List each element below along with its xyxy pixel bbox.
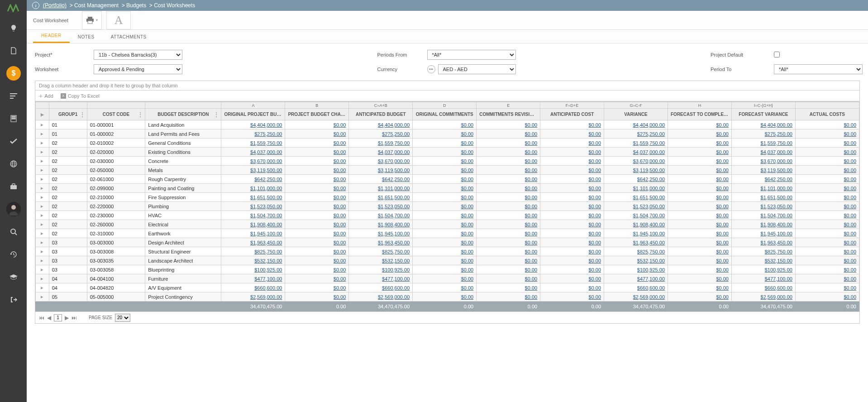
value-cell[interactable]: $0.00 bbox=[285, 157, 349, 166]
expand-icon[interactable]: ▸ bbox=[36, 247, 49, 256]
value-cell[interactable]: $0.00 bbox=[540, 157, 604, 166]
value-cell[interactable]: $642,250.00 bbox=[604, 175, 668, 184]
value-cell[interactable]: $0.00 bbox=[477, 211, 540, 220]
value-cell[interactable]: $1,963,450.00 bbox=[604, 238, 668, 247]
value-cell[interactable]: $1,504,700.00 bbox=[349, 211, 413, 220]
user-avatar[interactable] bbox=[6, 202, 21, 216]
value-cell[interactable]: $2,569,000.00 bbox=[221, 292, 285, 302]
value-cell[interactable]: $100,925.00 bbox=[604, 265, 668, 274]
value-cell[interactable]: $0.00 bbox=[477, 283, 540, 292]
value-cell[interactable]: $0.00 bbox=[540, 202, 604, 211]
briefcase-icon[interactable] bbox=[6, 179, 21, 194]
value-cell[interactable]: $4,037,000.00 bbox=[604, 148, 668, 157]
value-cell[interactable]: $0.00 bbox=[413, 211, 477, 220]
document-icon[interactable] bbox=[6, 43, 21, 58]
value-cell[interactable]: $4,404,000.00 bbox=[221, 120, 285, 129]
value-cell[interactable]: $0.00 bbox=[540, 265, 604, 274]
expand-icon[interactable]: ▸ bbox=[36, 202, 49, 211]
table-row[interactable]: ▸0202-050000Metals$3,119,500.00$0.00$3,1… bbox=[36, 166, 859, 175]
table-row[interactable]: ▸0303-003058Blueprinting$100,925.00$0.00… bbox=[36, 265, 859, 274]
value-cell[interactable]: $0.00 bbox=[477, 220, 540, 229]
value-cell[interactable]: $0.00 bbox=[413, 166, 477, 175]
value-cell[interactable]: $1,945,100.00 bbox=[731, 229, 795, 238]
value-cell[interactable]: $0.00 bbox=[795, 247, 859, 256]
value-cell[interactable]: $275,250.00 bbox=[731, 129, 795, 139]
value-cell[interactable]: $4,404,000.00 bbox=[349, 120, 413, 129]
value-cell[interactable]: $0.00 bbox=[413, 139, 477, 148]
periods-from-select[interactable]: *All* bbox=[427, 50, 516, 60]
value-cell[interactable]: $0.00 bbox=[668, 202, 732, 211]
table-row[interactable]: ▸0202-310000Earthwork$1,945,100.00$0.00$… bbox=[36, 229, 859, 238]
value-cell[interactable]: $1,963,450.00 bbox=[221, 238, 285, 247]
value-cell[interactable]: $0.00 bbox=[285, 139, 349, 148]
value-cell[interactable]: $1,963,450.00 bbox=[349, 238, 413, 247]
value-cell[interactable]: $0.00 bbox=[477, 129, 540, 139]
value-cell[interactable]: $0.00 bbox=[413, 229, 477, 238]
value-cell[interactable]: $1,523,050.00 bbox=[221, 202, 285, 211]
value-cell[interactable]: $0.00 bbox=[668, 157, 732, 166]
column-menu-icon[interactable]: ⋮ bbox=[138, 111, 143, 118]
value-cell[interactable]: $0.00 bbox=[795, 139, 859, 148]
value-cell[interactable]: $2,569,000.00 bbox=[731, 292, 795, 302]
expand-icon[interactable]: ▸ bbox=[36, 193, 49, 202]
dollar-icon[interactable]: $ bbox=[6, 66, 21, 81]
value-cell[interactable]: $100,925.00 bbox=[349, 265, 413, 274]
value-cell[interactable]: $477,100.00 bbox=[604, 274, 668, 283]
value-cell[interactable]: $0.00 bbox=[795, 129, 859, 139]
expand-icon[interactable]: ▸ bbox=[36, 238, 49, 247]
value-cell[interactable]: $0.00 bbox=[668, 139, 732, 148]
value-cell[interactable]: $1,908,400.00 bbox=[349, 220, 413, 229]
add-button[interactable]: +Add bbox=[39, 92, 53, 100]
pager-prev-icon[interactable]: ◀ bbox=[47, 315, 51, 321]
value-cell[interactable]: $0.00 bbox=[413, 184, 477, 193]
value-cell[interactable]: $0.00 bbox=[795, 265, 859, 274]
value-cell[interactable]: $0.00 bbox=[540, 238, 604, 247]
pager-next-icon[interactable]: ▶ bbox=[65, 315, 69, 321]
value-cell[interactable]: $0.00 bbox=[540, 129, 604, 139]
value-cell[interactable]: $0.00 bbox=[413, 120, 477, 129]
value-cell[interactable]: $0.00 bbox=[477, 265, 540, 274]
value-cell[interactable]: $1,523,050.00 bbox=[604, 202, 668, 211]
value-cell[interactable]: $0.00 bbox=[795, 274, 859, 283]
value-cell[interactable]: $0.00 bbox=[477, 202, 540, 211]
value-cell[interactable]: $0.00 bbox=[668, 229, 732, 238]
value-cell[interactable]: $0.00 bbox=[795, 202, 859, 211]
building-icon[interactable] bbox=[6, 111, 21, 126]
column-header[interactable]: FORECAST TO COMPLETE bbox=[668, 109, 732, 120]
value-cell[interactable]: $1,908,400.00 bbox=[221, 220, 285, 229]
value-cell[interactable]: $0.00 bbox=[285, 292, 349, 302]
value-cell[interactable]: $0.00 bbox=[477, 120, 540, 129]
value-cell[interactable]: $1,651,500.00 bbox=[604, 193, 668, 202]
value-cell[interactable]: $0.00 bbox=[285, 256, 349, 265]
bars-icon[interactable] bbox=[6, 89, 21, 103]
column-header[interactable]: ▶ bbox=[36, 109, 49, 120]
value-cell[interactable]: $0.00 bbox=[795, 175, 859, 184]
worksheet-select[interactable]: Approved & Pending bbox=[94, 64, 182, 74]
value-cell[interactable]: $0.00 bbox=[540, 148, 604, 157]
value-cell[interactable]: $1,523,050.00 bbox=[349, 202, 413, 211]
value-cell[interactable]: $660,600.00 bbox=[349, 283, 413, 292]
value-cell[interactable]: $642,250.00 bbox=[349, 175, 413, 184]
value-cell[interactable]: $532,150.00 bbox=[604, 256, 668, 265]
value-cell[interactable]: $0.00 bbox=[413, 175, 477, 184]
value-cell[interactable]: $0.00 bbox=[668, 283, 732, 292]
value-cell[interactable]: $0.00 bbox=[285, 265, 349, 274]
value-cell[interactable]: $0.00 bbox=[477, 184, 540, 193]
value-cell[interactable]: $0.00 bbox=[540, 283, 604, 292]
pager-last-icon[interactable]: ⏭ bbox=[72, 315, 77, 321]
value-cell[interactable]: $0.00 bbox=[413, 157, 477, 166]
value-cell[interactable]: $0.00 bbox=[285, 238, 349, 247]
value-cell[interactable]: $3,670,000.00 bbox=[221, 157, 285, 166]
value-cell[interactable]: $0.00 bbox=[477, 256, 540, 265]
value-cell[interactable]: $0.00 bbox=[285, 202, 349, 211]
value-cell[interactable]: $0.00 bbox=[285, 129, 349, 139]
value-cell[interactable]: $4,404,000.00 bbox=[604, 120, 668, 129]
value-cell[interactable]: $0.00 bbox=[668, 247, 732, 256]
value-cell[interactable]: $660,600.00 bbox=[604, 283, 668, 292]
value-cell[interactable]: $660,600.00 bbox=[731, 283, 795, 292]
value-cell[interactable]: $0.00 bbox=[540, 220, 604, 229]
value-cell[interactable]: $4,037,000.00 bbox=[221, 148, 285, 157]
value-cell[interactable]: $0.00 bbox=[285, 247, 349, 256]
value-cell[interactable]: $1,651,500.00 bbox=[221, 193, 285, 202]
value-cell[interactable]: $0.00 bbox=[285, 184, 349, 193]
